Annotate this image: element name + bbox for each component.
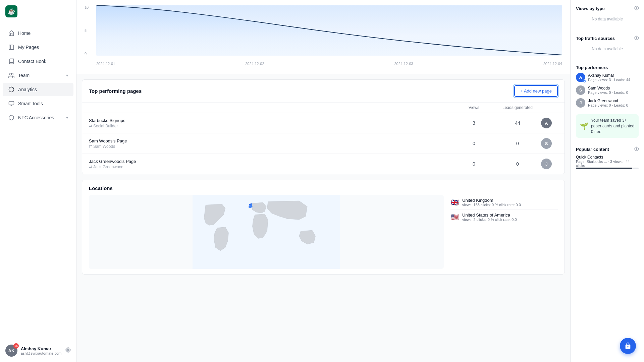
- tools-icon: [8, 100, 15, 107]
- divider-3: [576, 142, 639, 142]
- x-label-4: 2024-12-04: [543, 62, 562, 66]
- add-new-page-button[interactable]: + Add new page: [514, 85, 558, 97]
- nfc-icon: [8, 114, 15, 121]
- location-stats-1: views: 2 clicks: 0 % click rate: 0.0: [462, 218, 558, 222]
- sidebar-nav: Home My Pages Contact Book Team ▾: [0, 23, 76, 339]
- top-traffic-title: Top traffic sources ⓘ: [576, 35, 639, 41]
- row-avatar-1: S: [541, 138, 552, 149]
- sidebar-item-label-nfc-accessories: NFC Accessories: [18, 115, 54, 120]
- sidebar-item-analytics[interactable]: Analytics: [3, 83, 73, 96]
- main-content: 10 5 0 2024-12-01 2024: [76, 0, 570, 362]
- eco-card: 🌱 Your team saved 3+ paper cards and pla…: [576, 114, 639, 138]
- cell-views-1: 0: [454, 141, 494, 146]
- popular-content-info: Quick Contacts Page: Starbucks ... · 3 v…: [576, 155, 639, 169]
- flag-uk: 🇬🇧: [450, 198, 459, 206]
- progress-bar-wrap-0: [576, 168, 639, 169]
- info-icon-popular[interactable]: ⓘ: [634, 146, 639, 152]
- popular-content-section: Popular content ⓘ Quick Contacts Page: S…: [576, 146, 639, 169]
- sidebar-item-label-home: Home: [18, 31, 31, 36]
- settings-icon[interactable]: [65, 347, 71, 354]
- row-avatar-wrap-1: S: [541, 138, 558, 149]
- sidebar-item-label-my-pages: My Pages: [18, 45, 39, 50]
- list-item: 🇬🇧 United Kingdom views: 163 clicks: 0 %…: [450, 195, 558, 210]
- page-sub-0: ⇄ Social Builder: [89, 124, 454, 128]
- user-name: Akshay Kumar: [21, 346, 62, 351]
- performer-info-1: Sam Woods Page views: 0 · Leads: 0: [588, 86, 639, 95]
- sidebar-footer: AK 16 Akshay Kumar ash@synxautomate.com: [0, 339, 76, 362]
- x-label-2: 2024-12-02: [245, 62, 264, 66]
- cell-views-0: 3: [454, 120, 494, 126]
- performer-avatar-1: S: [576, 85, 585, 95]
- cell-views-2: 0: [454, 161, 494, 167]
- info-icon-views[interactable]: ⓘ: [634, 5, 639, 11]
- team-icon: [8, 72, 15, 79]
- chart-body: [96, 5, 562, 56]
- progress-bar-bg-0: [576, 168, 639, 169]
- top-traffic-no-data: No data available: [576, 44, 639, 54]
- table-header: Views Leads generated: [82, 102, 565, 113]
- y-label-0: 0: [85, 52, 95, 56]
- row-avatar-0: A: [541, 118, 552, 128]
- performer-name-0: Akshay Kumar: [588, 73, 639, 78]
- page-sub-2: ⇄ Jack Greenwood: [89, 165, 454, 169]
- performer-item: S Sam Woods Page views: 0 · Leads: 0: [576, 85, 639, 95]
- info-icon-traffic[interactable]: ⓘ: [634, 35, 639, 41]
- performer-avatar-0: A ●: [576, 73, 585, 82]
- sidebar-item-label-contact-book: Contact Book: [18, 59, 46, 64]
- popular-sub-0: Page: Starbucks ... · 3 views · 44 click…: [576, 160, 639, 168]
- col-name: [89, 105, 454, 110]
- page-sub-label-1: Sam Woods: [93, 144, 115, 149]
- performer-stats-2: Page views: 0 · Leads: 0: [588, 103, 639, 107]
- table-row: Sam Woods's Page ⇄ Sam Woods 0 0 S: [82, 133, 565, 154]
- svg-rect-0: [9, 45, 14, 50]
- row-avatar-wrap-0: A: [541, 118, 558, 128]
- contacts-icon: [8, 58, 15, 65]
- page-info-1: Sam Woods's Page ⇄ Sam Woods: [89, 138, 454, 149]
- chevron-down-icon: ▾: [66, 73, 68, 78]
- performer-stats-0: Page views: 3 · Leads: 44: [588, 78, 639, 82]
- performer-item: J Jack Greenwood Page views: 0 · Leads: …: [576, 98, 639, 108]
- performer-name-1: Sam Woods: [588, 86, 639, 90]
- app-logo: ☕: [5, 5, 17, 17]
- x-label-1: 2024-12-01: [96, 62, 115, 66]
- sidebar-item-label-analytics: Analytics: [18, 87, 37, 92]
- locations-section: Locations: [82, 180, 565, 275]
- sidebar-item-my-pages[interactable]: My Pages: [3, 41, 73, 54]
- progress-bar-fill-0: [576, 168, 632, 169]
- notification-badge: 16: [13, 343, 19, 349]
- sidebar-item-label-smart-tools: Smart Tools: [18, 101, 43, 106]
- table-row: Starbucks Signups ⇄ Social Builder 3 44 …: [82, 113, 565, 133]
- top-performing-title: Top performing pages: [89, 88, 142, 94]
- sidebar-item-smart-tools[interactable]: Smart Tools: [3, 97, 73, 110]
- analytics-icon: [8, 86, 15, 93]
- chart-area: 10 5 0 2024-12-01 2024: [76, 0, 570, 74]
- sidebar-item-home[interactable]: Home: [3, 26, 73, 40]
- fab-button[interactable]: [620, 338, 636, 354]
- sidebar-item-nfc-accessories[interactable]: NFC Accessories ▾: [3, 111, 73, 124]
- page-sub-label-0: Social Builder: [93, 124, 118, 128]
- chart-container: 10 5 0 2024-12-01 2024: [85, 5, 562, 66]
- svg-point-7: [67, 349, 69, 351]
- list-item: 🇺🇸 United States of America views: 2 cli…: [450, 210, 558, 224]
- col-leads-header: Leads generated: [494, 105, 541, 110]
- country-name-1: United States of America: [462, 213, 558, 218]
- chevron-down-icon-nfc: ▾: [66, 115, 68, 120]
- sidebar-item-team[interactable]: Team ▾: [3, 69, 73, 82]
- col-avatar-header: [541, 105, 558, 110]
- divider-1: [576, 31, 639, 31]
- chart-x-labels: 2024-12-01 2024-12-02 2024-12-03 2024-12…: [96, 62, 562, 66]
- table-row: Jack Greenwood's Page ⇄ Jack Greenwood 0…: [82, 154, 565, 174]
- sidebar-item-contact-book[interactable]: Contact Book: [3, 55, 73, 68]
- svg-point-2: [10, 73, 12, 75]
- page-sub-label-2: Jack Greenwood: [93, 165, 123, 169]
- views-by-type-section: Views by type ⓘ No data available: [576, 5, 639, 24]
- row-avatar-wrap-2: J: [541, 159, 558, 169]
- link-icon-0: ⇄: [89, 124, 92, 128]
- page-name-2: Jack Greenwood's Page: [89, 159, 454, 164]
- locations-title: Locations: [89, 185, 558, 191]
- performer-badge-0: ●: [583, 79, 586, 83]
- flag-us: 🇺🇸: [450, 213, 459, 221]
- cell-leads-1: 0: [494, 141, 541, 146]
- page-info-2: Jack Greenwood's Page ⇄ Jack Greenwood: [89, 159, 454, 169]
- views-by-type-title: Views by type ⓘ: [576, 5, 639, 11]
